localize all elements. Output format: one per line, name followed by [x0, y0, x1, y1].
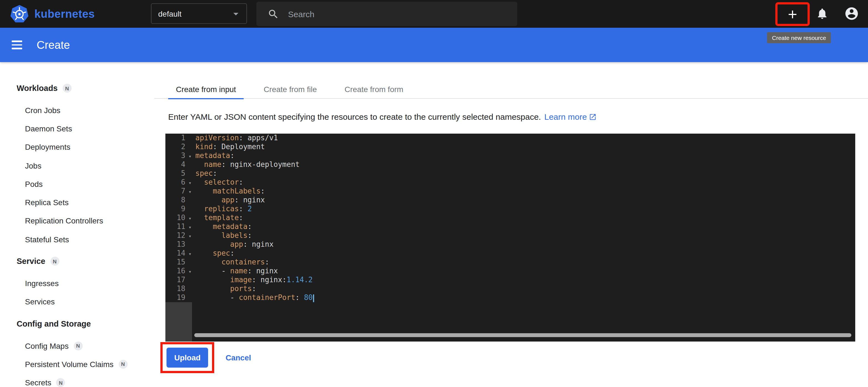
fold-arrow-icon[interactable]: ▾: [188, 152, 191, 161]
top-bar: kubernetes default: [0, 0, 868, 28]
new-badge: N: [56, 378, 65, 387]
editor-line: 17 image: nginx:1.14.2: [165, 276, 855, 284]
editor-gutter: 9: [165, 205, 192, 213]
sidebar-item-replica-sets[interactable]: Replica Sets: [25, 193, 154, 212]
learn-more-link[interactable]: Learn more: [544, 112, 597, 121]
editor-horizontal-scrollbar: [194, 333, 851, 337]
form-actions: Upload Cancel: [160, 342, 868, 373]
editor-line: 14▾ spec:: [165, 249, 855, 258]
code-text: labels:: [192, 231, 252, 240]
editor-gutter: 19: [165, 293, 192, 302]
annotation-box-create-button: [775, 2, 810, 26]
brand[interactable]: kubernetes: [10, 4, 95, 23]
editor-gutter: 10▾: [165, 213, 192, 222]
sidebar-item-persistent-volume-claims[interactable]: Persistent Volume ClaimsN: [25, 355, 154, 374]
editor-gutter: 3▾: [165, 151, 192, 160]
editor-line: 5spec:: [165, 169, 855, 178]
code-text: - containerPort: 80: [192, 293, 314, 302]
fold-arrow-icon[interactable]: ▾: [188, 179, 191, 187]
editor-gutter: 12▾: [165, 231, 192, 240]
sidebar-item-ingresses[interactable]: Ingresses: [25, 274, 154, 293]
editor-line: 11▾ metadata:: [165, 222, 855, 231]
sidebar-item-config-maps[interactable]: Config MapsN: [25, 337, 154, 355]
menu-hamburger-icon[interactable]: [12, 41, 23, 49]
annotation-box-upload-button: Upload: [160, 342, 215, 373]
line-number: 11: [165, 222, 192, 231]
upload-button[interactable]: Upload: [166, 348, 208, 367]
sidebar-item-secrets[interactable]: SecretsN: [25, 374, 154, 387]
editor-line: 12▾ labels:: [165, 231, 855, 240]
editor-gutter: 4: [165, 160, 192, 169]
sidebar-item-daemon-sets[interactable]: Daemon Sets: [25, 119, 154, 138]
line-number: 16: [165, 267, 192, 276]
line-number: 2: [165, 142, 192, 151]
fold-arrow-icon[interactable]: ▾: [188, 187, 191, 196]
sidebar-item-stateful-sets[interactable]: Stateful Sets: [25, 230, 154, 249]
namespace-value: default: [158, 9, 182, 18]
code-text: template:: [192, 213, 243, 222]
line-number: 17: [165, 276, 192, 284]
editor-line: 15 containers:: [165, 258, 855, 267]
sidebar-item-cron-jobs[interactable]: Cron Jobs: [25, 101, 154, 119]
new-badge: N: [50, 257, 59, 266]
sidebar-item-jobs[interactable]: Jobs: [25, 156, 154, 175]
sidebar-item-label: Deployments: [25, 142, 70, 151]
search-icon: [268, 8, 279, 20]
chevron-down-icon: [230, 7, 242, 20]
fold-arrow-icon[interactable]: ▾: [188, 232, 191, 241]
sidebar-item-label: Services: [25, 297, 55, 306]
editor-gutter-filler: [165, 302, 192, 342]
text-cursor: [313, 294, 314, 302]
search-bar[interactable]: [256, 2, 517, 26]
description-text: Enter YAML or JSON content specifying th…: [168, 112, 541, 121]
editor-gutter: 8: [165, 196, 192, 205]
fold-arrow-icon[interactable]: ▾: [188, 214, 191, 223]
line-number: 15: [165, 258, 192, 267]
code-text: image: nginx:1.14.2: [192, 276, 313, 284]
editor-gutter: 2: [165, 142, 192, 151]
account-circle-icon: [844, 6, 859, 21]
line-number: 7: [165, 187, 192, 196]
yaml-editor[interactable]: 1apiVersion: apps/v12kind: Deployment3▾m…: [165, 134, 855, 342]
sidebar-item-label: Replica Sets: [25, 198, 68, 207]
sidebar-item-label: Secrets: [25, 378, 51, 387]
fold-arrow-icon[interactable]: ▾: [188, 267, 191, 276]
sidebar-section-config-and-storage[interactable]: Config and Storage: [17, 314, 154, 333]
tab-create-from-form[interactable]: Create from form: [337, 79, 411, 99]
editor-gutter: 1: [165, 134, 192, 142]
fold-arrow-icon[interactable]: ▾: [188, 223, 191, 232]
sidebar-item-label: Daemon Sets: [25, 124, 72, 133]
sidebar-item-pods[interactable]: Pods: [25, 175, 154, 193]
line-number: 13: [165, 240, 192, 249]
editor-gutter: 15: [165, 258, 192, 267]
code-text: metadata:: [192, 151, 235, 160]
editor-line: 9 replicas: 2: [165, 205, 855, 213]
sidebar-item-services[interactable]: Services: [25, 292, 154, 311]
search-input[interactable]: [288, 9, 499, 19]
scrollbar-thumb[interactable]: [194, 333, 851, 337]
fold-arrow-icon[interactable]: ▾: [188, 249, 191, 258]
sidebar-item-deployments[interactable]: Deployments: [25, 138, 154, 156]
code-text: replicas: 2: [192, 205, 252, 213]
account-button[interactable]: [844, 6, 859, 21]
sidebar-section-workloads[interactable]: WorkloadsN: [17, 79, 154, 98]
editor-gutter: 11▾: [165, 222, 192, 231]
sidebar-section-service[interactable]: ServiceN: [17, 252, 154, 271]
code-text: spec:: [192, 169, 217, 178]
sidebar-item-label: Persistent Volume Claims: [25, 360, 114, 369]
notifications-button[interactable]: [816, 7, 829, 20]
add-icon: [786, 7, 799, 21]
namespace-selector[interactable]: default: [151, 3, 247, 24]
editor-gutter: 14▾: [165, 249, 192, 258]
cancel-button[interactable]: Cancel: [226, 353, 251, 362]
code-text: metadata:: [192, 222, 252, 231]
kubernetes-logo-icon: [10, 4, 29, 23]
sidebar-item-replication-controllers[interactable]: Replication Controllers: [25, 212, 154, 231]
learn-more-label: Learn more: [544, 112, 587, 121]
editor-line: 18 ports:: [165, 284, 855, 293]
create-new-resource-button[interactable]: [786, 7, 799, 21]
tab-create-from-input[interactable]: Create from input: [168, 79, 244, 99]
new-badge: N: [63, 84, 71, 93]
code-text: selector:: [192, 178, 243, 187]
tab-create-from-file[interactable]: Create from file: [256, 79, 324, 99]
